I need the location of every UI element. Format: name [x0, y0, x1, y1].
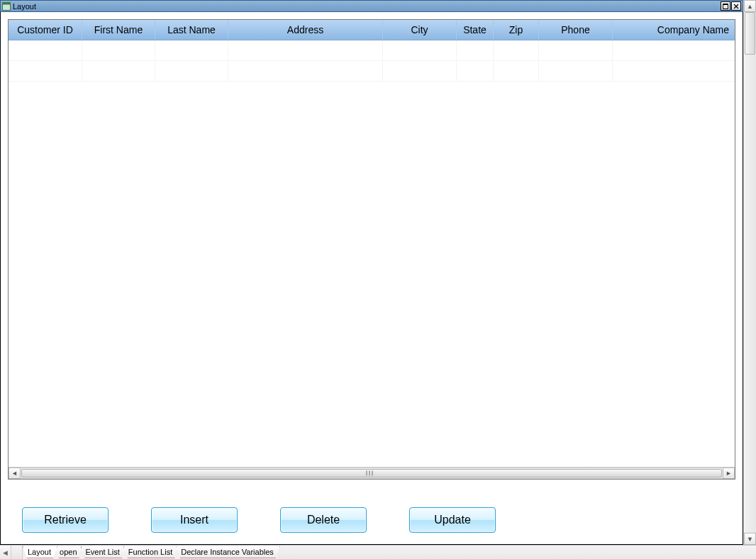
window-title: Layout: [13, 2, 36, 11]
cell[interactable]: [155, 40, 228, 61]
update-button[interactable]: Update: [409, 507, 496, 533]
table-row[interactable]: [9, 61, 735, 82]
tab-declare-instance-variables[interactable]: Declare Instance Variables: [176, 546, 280, 558]
cell[interactable]: [228, 40, 383, 61]
col-header-phone[interactable]: Phone: [539, 20, 613, 40]
close-button[interactable]: [731, 1, 741, 11]
cell[interactable]: [613, 40, 735, 61]
cell[interactable]: [155, 61, 228, 82]
scroll-thumb[interactable]: [21, 469, 722, 477]
delete-button[interactable]: Delete: [280, 507, 367, 533]
cell[interactable]: [457, 40, 494, 61]
col-header-customer-id[interactable]: Customer ID: [9, 20, 82, 40]
cell[interactable]: [539, 40, 613, 61]
cell[interactable]: [9, 61, 82, 82]
tab-open[interactable]: open: [55, 546, 83, 558]
svg-rect-1: [3, 2, 11, 4]
cell[interactable]: [457, 61, 494, 82]
scroll-down-arrow[interactable]: ▼: [744, 533, 756, 545]
tabs: Layout open Event List Function List Dec…: [23, 546, 277, 559]
window-titlebar: Layout: [0, 0, 743, 12]
tabstrip-filler: [277, 546, 756, 559]
tab-event-list[interactable]: Event List: [81, 546, 126, 558]
maximize-button[interactable]: [721, 1, 730, 11]
editor-area: Layout Customer ID First Name Last Name …: [0, 0, 743, 545]
scroll-right-arrow[interactable]: ►: [723, 467, 735, 479]
grid-header: Customer ID First Name Last Name Address…: [9, 20, 735, 40]
cell[interactable]: [494, 61, 539, 82]
datawindow-body: Customer ID First Name Last Name Address…: [9, 20, 735, 467]
scroll-up-arrow[interactable]: ▲: [744, 0, 756, 12]
scroll-thumb[interactable]: [745, 12, 755, 55]
cell[interactable]: [539, 61, 613, 82]
insert-button[interactable]: Insert: [151, 507, 238, 533]
tab-function-list[interactable]: Function List: [123, 546, 179, 558]
editor-vertical-scrollbar[interactable]: ▲ ▼: [743, 0, 756, 545]
tab-scroll-left[interactable]: ◄: [0, 546, 11, 559]
retrieve-button[interactable]: Retrieve: [22, 507, 109, 533]
cell[interactable]: [383, 61, 457, 82]
col-header-state[interactable]: State: [457, 20, 494, 40]
window-icon: [2, 2, 11, 11]
col-header-city[interactable]: City: [383, 20, 457, 40]
grid-rows: [9, 40, 735, 82]
datawindow[interactable]: Customer ID First Name Last Name Address…: [8, 19, 735, 480]
col-header-address[interactable]: Address: [228, 20, 383, 40]
col-header-last-name[interactable]: Last Name: [155, 20, 228, 40]
cell[interactable]: [494, 40, 539, 61]
bottom-tabstrip: ◄ Layout open Event List Function List D…: [0, 545, 756, 559]
cell[interactable]: [383, 40, 457, 61]
cell[interactable]: [82, 40, 155, 61]
tab-layout[interactable]: Layout: [23, 546, 57, 558]
col-header-company-name[interactable]: Company Name: [613, 20, 735, 40]
cell[interactable]: [613, 61, 735, 82]
design-canvas[interactable]: Customer ID First Name Last Name Address…: [0, 12, 743, 545]
col-header-first-name[interactable]: First Name: [82, 20, 155, 40]
cell[interactable]: [9, 40, 82, 61]
tab-scroll-cap: [11, 546, 23, 559]
table-row[interactable]: [9, 40, 735, 61]
col-header-zip[interactable]: Zip: [494, 20, 539, 40]
cell[interactable]: [82, 61, 155, 82]
cell[interactable]: [228, 61, 383, 82]
scroll-left-arrow[interactable]: ◄: [9, 467, 21, 479]
button-row: Retrieve Insert Delete Update: [8, 503, 735, 537]
scroll-track[interactable]: [21, 467, 723, 479]
dw-horizontal-scrollbar[interactable]: ◄ ►: [9, 467, 735, 479]
scroll-track[interactable]: [744, 12, 756, 533]
